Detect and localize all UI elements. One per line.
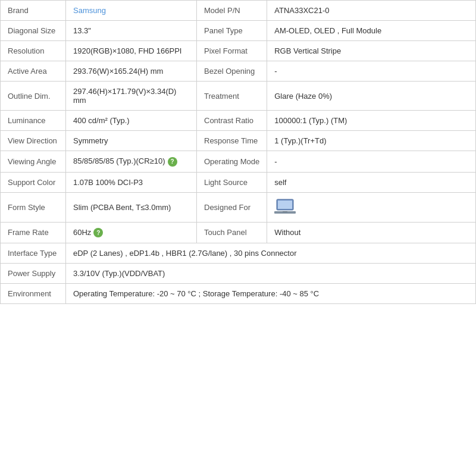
svg-rect-3	[283, 211, 287, 212]
spec-label-right: Response Time	[197, 131, 267, 151]
spec-label-right: Operating Mode	[197, 151, 267, 173]
spec-label-left: Viewing Angle	[1, 151, 66, 173]
spec-value-right: Without	[267, 222, 476, 243]
spec-label-right: Contrast Ratio	[197, 111, 267, 131]
spec-label-left: Diagonal Size	[1, 21, 66, 41]
spec-label-right: Bezel Opening	[197, 61, 267, 82]
spec-label-right: Pixel Format	[197, 41, 267, 61]
spec-value-right: -	[267, 61, 476, 82]
spec-text: 85/85/85/85 (Typ.)(CR≥10)	[73, 156, 165, 165]
spec-value-left: 293.76(W)×165.24(H) mm	[66, 61, 197, 82]
spec-label-left: Brand	[1, 1, 66, 21]
spec-label: Environment	[1, 284, 66, 304]
spec-value-right: AM-OLED, OLED , Full Module	[267, 21, 476, 41]
spec-label-right: Light Source	[197, 172, 267, 192]
spec-label-left: Active Area	[1, 61, 66, 82]
spec-label-left: Luminance	[1, 111, 66, 131]
spec-value-right: self	[267, 172, 476, 192]
spec-value-right: 100000:1 (Typ.) (TM)	[267, 111, 476, 131]
spec-label-right: Model P/N	[197, 1, 267, 21]
spec-value-right: 1 (Typ.)(Tr+Td)	[267, 131, 476, 151]
spec-label: Interface Type	[1, 243, 66, 264]
laptop-icon	[274, 198, 296, 215]
brand-link[interactable]: Samsung	[73, 6, 106, 15]
spec-label-left: Outline Dim.	[1, 82, 66, 111]
spec-value-left: Samsung	[66, 1, 197, 21]
spec-label-right: Touch Panel	[197, 222, 267, 243]
spec-value-full: 3.3/10V (Typ.)(VDD/VBAT)	[66, 264, 476, 284]
spec-value-right	[267, 192, 476, 222]
spec-value-left: 297.46(H)×171.79(V)×3.34(D) mm	[66, 82, 197, 111]
spec-value-left: 400 cd/m² (Typ.)	[66, 111, 197, 131]
spec-value-left: 85/85/85/85 (Typ.)(CR≥10)?	[66, 151, 197, 173]
spec-label-left: Resolution	[1, 41, 66, 61]
spec-value-right: Glare (Haze 0%)	[267, 82, 476, 111]
svg-rect-1	[278, 201, 292, 209]
spec-label-left: Support Color	[1, 172, 66, 192]
help-icon[interactable]: ?	[168, 157, 177, 167]
spec-value-left: Symmetry	[66, 131, 197, 151]
help-icon[interactable]: ?	[93, 228, 103, 237]
spec-value-left: 60Hz?	[66, 222, 197, 243]
specs-table: BrandSamsungModel P/NATNA33XC21-0Diagona…	[0, 0, 476, 304]
spec-value-left: 1.07B 100% DCI-P3	[66, 172, 197, 192]
spec-label-right: Designed For	[197, 192, 267, 222]
spec-value-left: 13.3"	[66, 21, 197, 41]
spec-value-left: 1920(RGB)×1080, FHD 166PPI	[66, 41, 197, 61]
spec-text: 60Hz	[73, 228, 91, 237]
spec-value-right: ATNA33XC21-0	[267, 1, 476, 21]
spec-label-left: Form Style	[1, 192, 66, 222]
spec-value-right: -	[267, 151, 476, 173]
spec-value-full: eDP (2 Lanes) , eDP1.4b , HBR1 (2.7G/lan…	[66, 243, 476, 264]
spec-label-right: Panel Type	[197, 21, 267, 41]
spec-label-left: Frame Rate	[1, 222, 66, 243]
spec-label-left: View Direction	[1, 131, 66, 151]
spec-label: Power Supply	[1, 264, 66, 284]
spec-value-left: Slim (PCBA Bent, T≤3.0mm)	[66, 192, 197, 222]
spec-value-full: Operating Temperature: -20 ~ 70 °C ; Sto…	[66, 284, 476, 304]
spec-label-right: Treatment	[197, 82, 267, 111]
spec-value-right: RGB Vertical Stripe	[267, 41, 476, 61]
